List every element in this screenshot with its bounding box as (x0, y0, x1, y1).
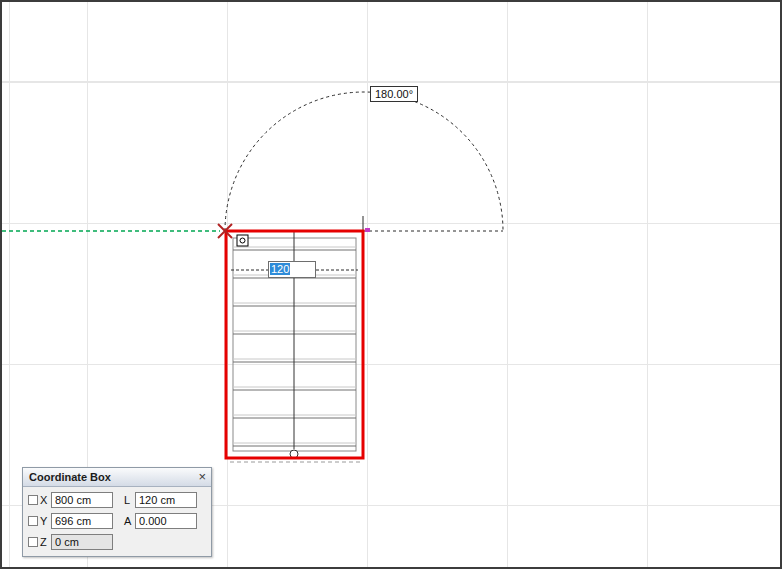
z-label: Z (40, 536, 51, 548)
coordinate-row-z: Z (28, 533, 207, 551)
coordinate-box-panel: Coordinate Box × X L Y A Z (22, 467, 212, 557)
origin-marker-icon (237, 235, 248, 246)
length-input-selected-text: 120 (270, 263, 290, 275)
coordinate-box-body: X L Y A Z (23, 487, 211, 556)
y-label: Y (40, 515, 51, 527)
angle-arc (225, 92, 503, 231)
y-lock-checkbox[interactable] (28, 516, 38, 526)
cad-window: 180.00° 120 Coordinate Box × X L Y A (0, 0, 782, 569)
y-coordinate-field[interactable] (51, 513, 113, 529)
angle-field[interactable] (135, 513, 197, 529)
close-icon[interactable]: × (198, 471, 206, 483)
length-field[interactable] (135, 492, 197, 508)
coordinate-box-titlebar[interactable]: Coordinate Box × (23, 468, 211, 487)
coordinate-row-x: X L (28, 491, 207, 509)
z-coordinate-field[interactable] (51, 534, 113, 550)
x-label: X (40, 494, 51, 506)
angle-readout: 180.00° (370, 86, 418, 102)
z-lock-checkbox[interactable] (28, 537, 38, 547)
a-label: A (124, 515, 135, 527)
x-lock-checkbox[interactable] (28, 495, 38, 505)
l-label: L (124, 494, 135, 506)
coordinate-row-y: Y A (28, 512, 207, 530)
length-input[interactable]: 120 (268, 261, 316, 278)
coordinate-box-title: Coordinate Box (29, 471, 111, 483)
x-coordinate-field[interactable] (51, 492, 113, 508)
guide-handle[interactable] (365, 228, 370, 232)
